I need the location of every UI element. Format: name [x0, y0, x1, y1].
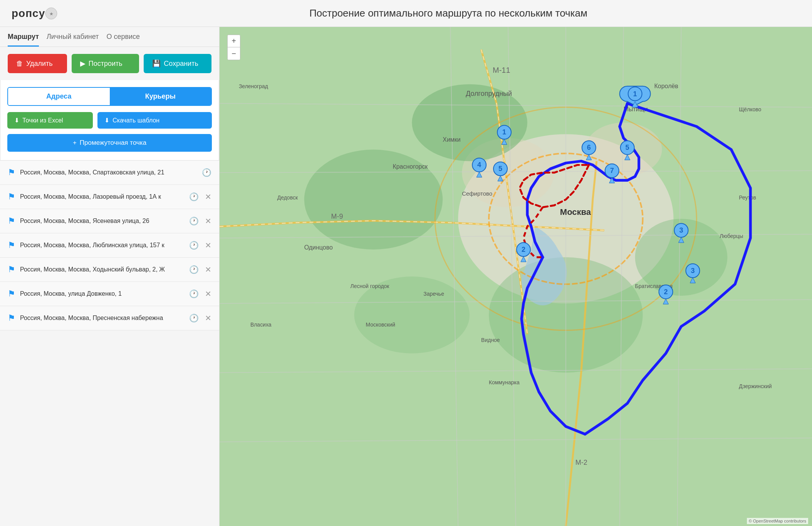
address-item: ⚑Россия, Москва, Москва, Люблинская улиц…: [0, 233, 219, 258]
delete-button[interactable]: 🗑 Удалить: [8, 54, 67, 73]
close-icon[interactable]: ✕: [205, 289, 211, 298]
svg-text:Дедовск: Дедовск: [277, 194, 298, 201]
svg-text:7: 7: [610, 167, 614, 174]
tab-cabinet[interactable]: Личный кабинет: [47, 33, 99, 47]
address-list: ⚑Россия, Москва, Москва, Спартаковская у…: [0, 161, 219, 526]
import-buttons: ⬇ Точки из Excel ⬇ Скачать шаблон: [7, 112, 212, 129]
play-icon: ▶: [80, 59, 86, 68]
svg-text:1: 1: [502, 128, 506, 136]
svg-text:3: 3: [691, 267, 695, 275]
download-icon-excel: ⬇: [14, 117, 19, 124]
svg-text:5: 5: [626, 144, 629, 151]
logo-text: ропсу: [12, 7, 45, 20]
flag-icon: ⚑: [8, 265, 15, 275]
time-icon[interactable]: 🕐: [202, 168, 211, 177]
save-icon: 💾: [152, 59, 161, 68]
map-area[interactable]: М-11 М-9 М-2 Москва Долгопрудный Королёв…: [220, 27, 812, 526]
map-attribution: © OpenStreetMap contributors: [747, 518, 808, 524]
svg-text:Химки: Химки: [443, 136, 460, 143]
left-panel: Маршрут Личный кабинет О сервисе 🗑 Удали…: [0, 27, 220, 526]
svg-text:Одинцово: Одинцово: [304, 244, 333, 251]
action-buttons: 🗑 Удалить ▶ Построить 💾 Сохранить: [0, 47, 219, 80]
add-waypoint-button[interactable]: + Промежуточная точка: [7, 134, 212, 152]
svg-text:М-9: М-9: [331, 213, 343, 220]
zoom-out-button[interactable]: −: [228, 47, 240, 60]
close-icon[interactable]: ✕: [205, 192, 211, 201]
build-button[interactable]: ▶ Построить: [72, 54, 139, 73]
address-item: ⚑Россия, Москва, Москва, Ходынский бульв…: [0, 258, 219, 282]
time-icon[interactable]: 🕐: [189, 241, 199, 250]
tab-couriers[interactable]: Курьеры: [110, 88, 211, 105]
save-button[interactable]: 💾 Сохранить: [144, 54, 211, 73]
svg-text:М-2: М-2: [575, 459, 587, 466]
svg-text:3: 3: [679, 226, 683, 234]
svg-text:М-11: М-11: [493, 66, 510, 74]
svg-text:Зеленоград: Зеленоград: [239, 83, 268, 89]
time-icon[interactable]: 🕐: [189, 313, 199, 323]
plus-icon: +: [73, 139, 77, 147]
flag-icon: ⚑: [8, 192, 15, 202]
time-icon[interactable]: 🕐: [189, 265, 199, 274]
svg-text:Люберцы: Люберцы: [720, 233, 743, 239]
template-label: Скачать шаблон: [112, 117, 159, 124]
template-download-button[interactable]: ⬇ Скачать шаблон: [97, 112, 212, 129]
nav-tabs: Маршрут Личный кабинет О сервисе: [0, 27, 219, 47]
time-icon[interactable]: 🕐: [189, 216, 199, 226]
flag-icon: ⚑: [8, 216, 15, 226]
address-text: Россия, Москва, Москва, Люблинская улица…: [20, 242, 185, 249]
svg-text:Королёв: Королёв: [654, 83, 678, 89]
address-text: Россия, Москва, Москва, Спартаковская ул…: [20, 169, 197, 176]
svg-text:Заречье: Заречье: [423, 291, 444, 297]
svg-text:Московский: Московский: [366, 322, 396, 328]
close-icon[interactable]: ✕: [205, 241, 211, 250]
app-header: ропсу ★ Построение оптимального маршрута…: [0, 0, 812, 27]
svg-text:Лесной городок: Лесной городок: [351, 283, 390, 289]
options-panel: Адреса Курьеры ⬇ Точки из Excel ⬇ Скачат…: [0, 80, 219, 161]
build-label: Построить: [89, 60, 122, 68]
time-icon[interactable]: 🕐: [189, 289, 199, 298]
svg-text:Долгопрудный: Долгопрудный: [466, 90, 512, 97]
tab-about[interactable]: О сервисе: [106, 33, 140, 47]
svg-text:Видное: Видное: [481, 337, 500, 343]
address-item: ⚑Россия, Москва, Москва, Пресненская наб…: [0, 306, 219, 330]
svg-text:Красногорск: Красногорск: [393, 163, 428, 170]
map-background: М-11 М-9 М-2 Москва Долгопрудный Королёв…: [220, 27, 812, 526]
trash-icon: 🗑: [16, 60, 23, 68]
address-text: Россия, Москва, Москва, Ходынский бульва…: [20, 266, 185, 273]
address-text: Россия, Москва, Москва, Лазоревый проезд…: [20, 193, 185, 200]
address-item: ⚑Россия, Москва, улица Довженко, 1🕐✕: [0, 282, 219, 306]
svg-text:4: 4: [477, 161, 481, 169]
svg-text:★: ★: [49, 11, 54, 17]
waypoint-label: Промежуточная точка: [80, 139, 146, 147]
excel-label: Точки из Excel: [22, 117, 63, 124]
zoom-in-button[interactable]: +: [228, 35, 240, 47]
flag-icon: ⚑: [8, 240, 15, 250]
close-icon[interactable]: ✕: [205, 313, 211, 323]
tab-marshrut[interactable]: Маршрут: [8, 33, 39, 47]
page-title: Построение оптимального маршрута по неск…: [96, 7, 800, 19]
excel-import-button[interactable]: ⬇ Точки из Excel: [7, 112, 93, 129]
close-icon[interactable]: ✕: [205, 265, 211, 274]
svg-text:Коммунарка: Коммунарка: [489, 379, 520, 385]
svg-text:Сефиртово: Сефиртово: [462, 190, 492, 197]
svg-text:2: 2: [522, 246, 525, 253]
time-icon[interactable]: 🕐: [189, 192, 199, 201]
main-layout: Маршрут Личный кабинет О сервисе 🗑 Удали…: [0, 27, 812, 526]
close-icon[interactable]: ✕: [205, 216, 211, 226]
address-item: ⚑Россия, Москва, Москва, Лазоревый проез…: [0, 185, 219, 209]
tab-addresses[interactable]: Адреса: [8, 88, 110, 105]
logo-icon: ★: [45, 7, 57, 20]
svg-text:Дзержинский: Дзержинский: [739, 383, 772, 389]
save-label: Сохранить: [164, 60, 198, 68]
svg-text:2: 2: [664, 288, 668, 296]
svg-text:Власиха: Власиха: [250, 322, 272, 328]
svg-text:1: 1: [633, 90, 637, 98]
flag-icon: ⚑: [8, 289, 15, 299]
address-item: ⚑Россия, Москва, Москва, Спартаковская у…: [0, 161, 219, 185]
svg-text:Щёлково: Щёлково: [739, 106, 761, 112]
svg-text:5: 5: [498, 165, 502, 173]
logo-area: ропсу ★: [12, 7, 96, 20]
address-text: Россия, Москва, Москва, Ясеневая улица, …: [20, 218, 185, 224]
address-text: Россия, Москва, Москва, Пресненская набе…: [20, 315, 185, 322]
delete-label: Удалить: [26, 60, 53, 68]
